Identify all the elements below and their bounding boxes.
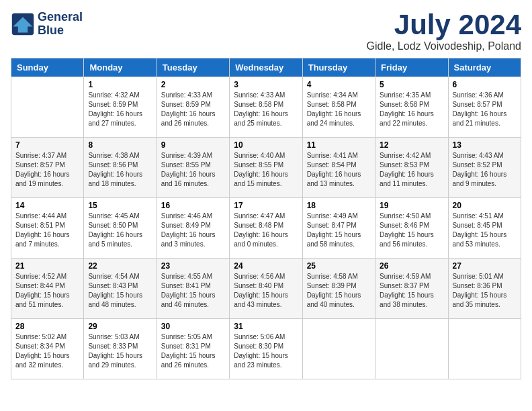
calendar-cell: 24Sunrise: 4:56 AMSunset: 8:40 PMDayligh…	[230, 259, 302, 319]
day-number: 6	[453, 80, 517, 89]
day-info: Sunrise: 4:50 AMSunset: 8:46 PMDaylight:…	[380, 212, 443, 249]
calendar-cell: 29Sunrise: 5:03 AMSunset: 8:33 PMDayligh…	[84, 319, 157, 379]
day-number: 2	[161, 80, 225, 89]
calendar-week-2: 7Sunrise: 4:37 AMSunset: 8:57 PMDaylight…	[11, 138, 521, 198]
day-info: Sunrise: 5:06 AMSunset: 8:30 PMDaylight:…	[234, 332, 298, 370]
day-info: Sunrise: 4:56 AMSunset: 8:40 PMDaylight:…	[234, 272, 298, 310]
calendar-cell: 9Sunrise: 4:39 AMSunset: 8:55 PMDaylight…	[157, 138, 229, 198]
day-info: Sunrise: 4:52 AMSunset: 8:44 PMDaylight:…	[15, 272, 79, 310]
day-info: Sunrise: 4:54 AMSunset: 8:43 PMDaylight:…	[88, 272, 152, 310]
day-info: Sunrise: 4:33 AMSunset: 8:58 PMDaylight:…	[234, 91, 298, 128]
day-number: 28	[15, 322, 79, 331]
day-number: 1	[88, 80, 152, 89]
calendar-cell: 28Sunrise: 5:02 AMSunset: 8:34 PMDayligh…	[11, 319, 84, 379]
calendar-cell: 12Sunrise: 4:42 AMSunset: 8:53 PMDayligh…	[375, 138, 448, 198]
page-header: General Blue July 2024 Gidle, Lodz Voivo…	[11, 11, 521, 52]
column-header-saturday: Saturday	[448, 58, 521, 77]
calendar-cell: 8Sunrise: 4:38 AMSunset: 8:56 PMDaylight…	[84, 138, 157, 198]
day-number: 18	[307, 201, 371, 210]
calendar-cell: 11Sunrise: 4:41 AMSunset: 8:54 PMDayligh…	[302, 138, 375, 198]
day-number: 15	[88, 201, 152, 210]
day-info: Sunrise: 4:55 AMSunset: 8:41 PMDaylight:…	[161, 272, 225, 310]
calendar-cell: 22Sunrise: 4:54 AMSunset: 8:43 PMDayligh…	[84, 259, 157, 319]
day-info: Sunrise: 4:47 AMSunset: 8:48 PMDaylight:…	[234, 212, 298, 249]
column-header-wednesday: Wednesday	[230, 58, 302, 77]
calendar-week-1: 1Sunrise: 4:32 AMSunset: 8:59 PMDaylight…	[11, 77, 521, 138]
day-number: 29	[88, 322, 152, 331]
day-number: 22	[88, 261, 152, 271]
calendar-cell: 20Sunrise: 4:51 AMSunset: 8:45 PMDayligh…	[448, 198, 521, 259]
day-number: 16	[161, 201, 225, 210]
day-info: Sunrise: 4:44 AMSunset: 8:51 PMDaylight:…	[15, 212, 79, 249]
day-info: Sunrise: 4:41 AMSunset: 8:54 PMDaylight:…	[307, 151, 371, 189]
calendar-cell: 31Sunrise: 5:06 AMSunset: 8:30 PMDayligh…	[230, 319, 302, 379]
calendar-cell	[375, 319, 448, 379]
day-info: Sunrise: 4:39 AMSunset: 8:55 PMDaylight:…	[161, 151, 225, 189]
day-number: 4	[307, 80, 371, 89]
calendar-header-row: SundayMondayTuesdayWednesdayThursdayFrid…	[11, 58, 521, 77]
day-info: Sunrise: 4:58 AMSunset: 8:39 PMDaylight:…	[307, 272, 371, 310]
day-number: 14	[15, 201, 79, 210]
calendar-week-4: 21Sunrise: 4:52 AMSunset: 8:44 PMDayligh…	[11, 259, 521, 319]
calendar-cell: 5Sunrise: 4:35 AMSunset: 8:58 PMDaylight…	[375, 77, 448, 138]
day-info: Sunrise: 4:38 AMSunset: 8:56 PMDaylight:…	[88, 151, 152, 189]
day-info: Sunrise: 5:02 AMSunset: 8:34 PMDaylight:…	[15, 332, 79, 370]
column-header-monday: Monday	[84, 58, 157, 77]
day-info: Sunrise: 4:43 AMSunset: 8:52 PMDaylight:…	[453, 151, 517, 189]
calendar-week-3: 14Sunrise: 4:44 AMSunset: 8:51 PMDayligh…	[11, 198, 521, 259]
calendar-cell: 13Sunrise: 4:43 AMSunset: 8:52 PMDayligh…	[448, 138, 521, 198]
calendar-cell: 27Sunrise: 5:01 AMSunset: 8:36 PMDayligh…	[448, 259, 521, 319]
month-year-title: July 2024	[367, 11, 521, 39]
calendar-cell	[302, 319, 375, 379]
logo: General Blue	[11, 11, 83, 38]
day-info: Sunrise: 4:32 AMSunset: 8:59 PMDaylight:…	[88, 91, 152, 128]
day-number: 13	[453, 140, 517, 150]
day-info: Sunrise: 5:03 AMSunset: 8:33 PMDaylight:…	[88, 332, 152, 370]
calendar-table: SundayMondayTuesdayWednesdayThursdayFrid…	[11, 58, 521, 379]
calendar-cell: 3Sunrise: 4:33 AMSunset: 8:58 PMDaylight…	[230, 77, 302, 138]
column-header-sunday: Sunday	[11, 58, 84, 77]
day-info: Sunrise: 4:51 AMSunset: 8:45 PMDaylight:…	[453, 212, 517, 249]
day-number: 31	[234, 322, 298, 331]
day-number: 25	[307, 261, 371, 271]
day-info: Sunrise: 4:34 AMSunset: 8:58 PMDaylight:…	[307, 91, 371, 128]
calendar-cell: 2Sunrise: 4:33 AMSunset: 8:59 PMDaylight…	[157, 77, 229, 138]
day-number: 20	[453, 201, 517, 210]
day-number: 5	[380, 80, 443, 89]
calendar-cell: 1Sunrise: 4:32 AMSunset: 8:59 PMDaylight…	[84, 77, 157, 138]
logo-icon	[11, 12, 35, 36]
day-number: 7	[15, 140, 79, 150]
day-number: 17	[234, 201, 298, 210]
calendar-cell: 7Sunrise: 4:37 AMSunset: 8:57 PMDaylight…	[11, 138, 84, 198]
day-info: Sunrise: 5:05 AMSunset: 8:31 PMDaylight:…	[161, 332, 225, 370]
day-info: Sunrise: 4:37 AMSunset: 8:57 PMDaylight:…	[15, 151, 79, 189]
day-number: 9	[161, 140, 225, 150]
day-number: 8	[88, 140, 152, 150]
calendar-cell: 17Sunrise: 4:47 AMSunset: 8:48 PMDayligh…	[230, 198, 302, 259]
day-number: 27	[453, 261, 517, 271]
column-header-thursday: Thursday	[302, 58, 375, 77]
calendar-cell: 15Sunrise: 4:45 AMSunset: 8:50 PMDayligh…	[84, 198, 157, 259]
calendar-cell: 30Sunrise: 5:05 AMSunset: 8:31 PMDayligh…	[157, 319, 229, 379]
day-info: Sunrise: 4:35 AMSunset: 8:58 PMDaylight:…	[380, 91, 443, 128]
day-number: 12	[380, 140, 443, 150]
calendar-cell: 6Sunrise: 4:36 AMSunset: 8:57 PMDaylight…	[448, 77, 521, 138]
calendar-cell: 16Sunrise: 4:46 AMSunset: 8:49 PMDayligh…	[157, 198, 229, 259]
day-number: 3	[234, 80, 298, 89]
calendar-cell: 18Sunrise: 4:49 AMSunset: 8:47 PMDayligh…	[302, 198, 375, 259]
day-number: 26	[380, 261, 443, 271]
calendar-cell	[11, 77, 84, 138]
day-info: Sunrise: 5:01 AMSunset: 8:36 PMDaylight:…	[453, 272, 517, 310]
column-header-friday: Friday	[375, 58, 448, 77]
column-header-tuesday: Tuesday	[157, 58, 229, 77]
title-section: July 2024 Gidle, Lodz Voivodeship, Polan…	[367, 11, 521, 52]
calendar-cell: 14Sunrise: 4:44 AMSunset: 8:51 PMDayligh…	[11, 198, 84, 259]
day-info: Sunrise: 4:42 AMSunset: 8:53 PMDaylight:…	[380, 151, 443, 189]
day-number: 21	[15, 261, 79, 271]
day-info: Sunrise: 4:46 AMSunset: 8:49 PMDaylight:…	[161, 212, 225, 249]
day-info: Sunrise: 4:40 AMSunset: 8:55 PMDaylight:…	[234, 151, 298, 189]
day-number: 11	[307, 140, 371, 150]
day-info: Sunrise: 4:59 AMSunset: 8:37 PMDaylight:…	[380, 272, 443, 310]
calendar-cell	[448, 319, 521, 379]
day-info: Sunrise: 4:49 AMSunset: 8:47 PMDaylight:…	[307, 212, 371, 249]
